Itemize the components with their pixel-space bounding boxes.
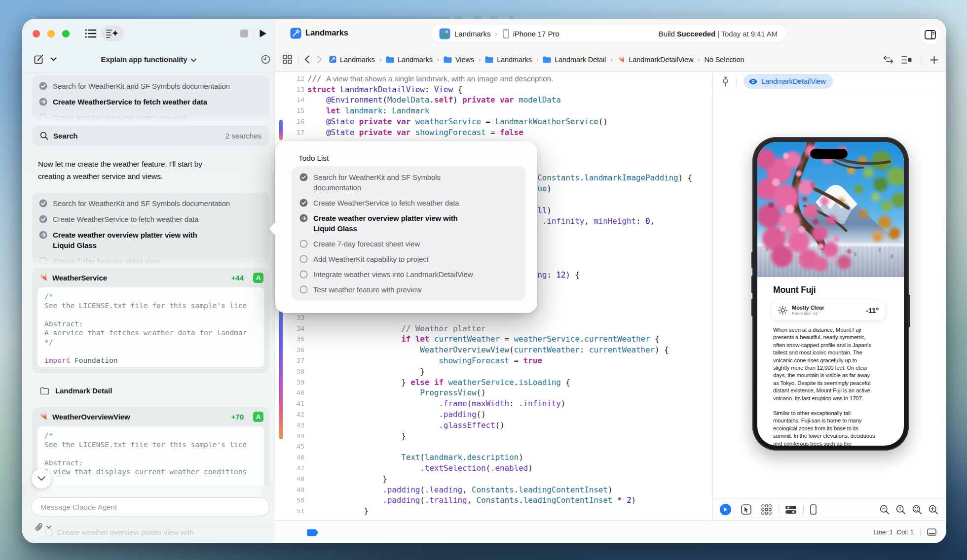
todo-item-label: Create WeatherService to fetch weather d… bbox=[53, 214, 199, 224]
session-header: Explain app functionality bbox=[22, 48, 275, 72]
related-items-icon[interactable] bbox=[283, 55, 292, 64]
preview-canvas: LandmarkDetailView bbox=[712, 72, 946, 520]
weather-temperature: -11° bbox=[866, 306, 879, 315]
zoom-window-button[interactable] bbox=[62, 30, 70, 37]
editor-options-icon[interactable] bbox=[901, 56, 912, 64]
todo-item[interactable]: Create weather overview platter view wit… bbox=[39, 230, 262, 250]
breadcrumb-item[interactable]: Landmark Detail bbox=[543, 56, 606, 64]
tab-landmarks[interactable]: Landmarks bbox=[305, 28, 348, 37]
tab-bar: Landmarks Landmarks › iPhone 17 Pro bbox=[275, 19, 946, 47]
file-name: WeatherService bbox=[52, 274, 227, 282]
code-line-45: 45 bbox=[275, 441, 712, 452]
todo-item[interactable]: Create WeatherService to fetch weather d… bbox=[39, 97, 262, 107]
breadcrumb-item[interactable]: Views bbox=[444, 56, 474, 64]
minimize-window-button[interactable] bbox=[47, 30, 55, 37]
code-review-icon[interactable] bbox=[883, 56, 893, 64]
todo-state-icon bbox=[39, 215, 47, 223]
bottom-bar-toggle-icon[interactable] bbox=[927, 528, 936, 536]
code-line-17: 17 @State private var showingForecast = … bbox=[275, 127, 712, 138]
history-button[interactable] bbox=[260, 54, 270, 64]
code-preview-line: Abstract: bbox=[44, 319, 264, 329]
todo-item[interactable]: Search for WeatherKit and SF Symbols doc… bbox=[39, 198, 262, 209]
zoom-out-button[interactable] bbox=[880, 505, 890, 515]
breadcrumb-item[interactable]: Landmarks bbox=[329, 56, 375, 64]
zoom-in-button[interactable] bbox=[929, 505, 938, 515]
landmark-title: Mount Fuji bbox=[773, 285, 816, 295]
breadcrumb-item[interactable]: Landmarks bbox=[386, 56, 433, 64]
session-title[interactable]: Explain app functionality bbox=[22, 55, 275, 64]
inspector-toggle-button[interactable] bbox=[920, 24, 940, 45]
added-badge: A bbox=[253, 273, 263, 283]
iphone-preview[interactable]: Mount Fuji Mostly Clear bbox=[752, 137, 909, 451]
conversation-list-button[interactable] bbox=[84, 28, 97, 39]
breadcrumb-item[interactable]: Landmarks bbox=[485, 56, 532, 64]
group-row-landmark-detail[interactable]: Landmark Detail bbox=[40, 386, 112, 395]
code-text: .glassEffect() bbox=[307, 420, 505, 431]
sun-icon bbox=[778, 306, 787, 315]
cursor-position: Line: 1 Col: 1 bbox=[873, 528, 914, 536]
todo-summary-card-1[interactable]: Search for WeatherKit and SF Symbols doc… bbox=[32, 75, 269, 120]
line-number: 47 bbox=[275, 463, 304, 474]
search-activity-row[interactable]: Search 2 searches bbox=[32, 126, 269, 146]
scroll-to-bottom-button[interactable] bbox=[32, 469, 51, 489]
todo-summary-card-2[interactable]: Search for WeatherKit and SF Symbols doc… bbox=[32, 193, 269, 264]
canvas-toolbar-divider bbox=[803, 505, 804, 515]
todo-item[interactable]: Create 7-day forecast sheet view bbox=[299, 239, 518, 249]
code-line-16: 16 @State private var weatherService = L… bbox=[275, 116, 712, 127]
preview-target-chip[interactable]: LandmarkDetailView bbox=[744, 74, 833, 89]
breadcrumb-item[interactable]: No Selection bbox=[705, 56, 744, 64]
folder-icon bbox=[485, 56, 493, 63]
todo-item[interactable]: Create WeatherService to fetch weather d… bbox=[299, 198, 518, 208]
device-settings-button[interactable] bbox=[785, 505, 797, 515]
back-chevron-icon[interactable] bbox=[304, 55, 310, 64]
check-circle-icon bbox=[39, 199, 47, 208]
build-status[interactable]: Build Succeeded | Today at 9:41 AM bbox=[659, 25, 778, 42]
agent-mode-toggle[interactable] bbox=[101, 26, 124, 41]
breadcrumb-item[interactable]: LandmarkDetailView bbox=[617, 56, 693, 64]
breakpoint-indicator[interactable] bbox=[307, 529, 319, 536]
add-editor-icon[interactable] bbox=[930, 56, 938, 64]
preview-device-button[interactable] bbox=[810, 504, 817, 515]
todo-item[interactable]: Add WeatherKit capability to project bbox=[299, 254, 518, 264]
code-line-51: 51 } bbox=[275, 506, 712, 517]
run-button[interactable] bbox=[258, 29, 268, 38]
close-window-button[interactable] bbox=[33, 30, 40, 37]
landmark-description-2: Similar to other exceptionally tall moun… bbox=[773, 410, 896, 446]
code-text: Text(landmark.description) bbox=[307, 452, 523, 463]
file-card-weatherservice[interactable]: WeatherService +44 A /*See the LICENSE.t… bbox=[32, 268, 269, 373]
run-destination[interactable]: iPhone 17 Pro bbox=[513, 30, 559, 38]
forward-chevron-icon[interactable] bbox=[317, 55, 322, 64]
todo-item[interactable]: Create weather overview platter view wit… bbox=[299, 213, 518, 234]
variants-grid-button[interactable] bbox=[761, 504, 772, 515]
canvas-header: LandmarkDetailView bbox=[713, 72, 946, 91]
weather-card: Mostly Clear Feels like -11° -11° bbox=[772, 300, 885, 320]
todo-item[interactable]: Create weather overview platter view wit… bbox=[39, 112, 262, 120]
stop-square-icon bbox=[240, 30, 248, 37]
scheme-name[interactable]: Landmarks bbox=[454, 30, 490, 38]
selectable-mode-button[interactable] bbox=[741, 504, 751, 515]
stop-agent-button[interactable] bbox=[240, 29, 249, 38]
code-text: .textSelection(.enabled) bbox=[307, 463, 533, 474]
line-number: 50 bbox=[275, 495, 304, 506]
ghost-todo-label: Create weather overview platter view wit… bbox=[57, 528, 194, 536]
code-text: showingForecast = true bbox=[307, 355, 542, 366]
live-preview-button[interactable] bbox=[720, 504, 731, 515]
todo-item[interactable]: Search for WeatherKit and SF Symbols doc… bbox=[39, 81, 262, 91]
pin-icon[interactable] bbox=[722, 76, 729, 87]
message-input[interactable]: Message Claude Agent bbox=[31, 497, 269, 516]
code-preview-line: */ bbox=[44, 338, 264, 347]
code-line-49: 49 .padding(.leading, Constants.leadingC… bbox=[275, 485, 712, 495]
todo-item-label: Search for WeatherKit and SF Symbols doc… bbox=[313, 172, 441, 193]
todo-item[interactable]: Create 7-day forecast sheet view bbox=[39, 256, 262, 264]
zoom-100-button[interactable]: 1 bbox=[896, 505, 906, 515]
todo-item[interactable]: Search for WeatherKit and SF Symbols doc… bbox=[299, 172, 518, 193]
code-text: .padding(.trailing, Constants.leadingCon… bbox=[307, 495, 636, 506]
zoom-fit-button[interactable] bbox=[912, 505, 922, 515]
code-text: // Weather platter bbox=[307, 323, 486, 334]
empty-circle-icon bbox=[39, 257, 47, 264]
todo-item[interactable]: Integrate weather views into LandmarkDet… bbox=[299, 269, 518, 280]
breadcrumb-label: Landmark Detail bbox=[555, 56, 606, 64]
todo-item[interactable]: Test weather feature with preview bbox=[299, 284, 518, 295]
todo-item[interactable]: Create WeatherService to fetch weather d… bbox=[39, 214, 262, 224]
breadcrumb-label: Landmarks bbox=[497, 56, 532, 64]
